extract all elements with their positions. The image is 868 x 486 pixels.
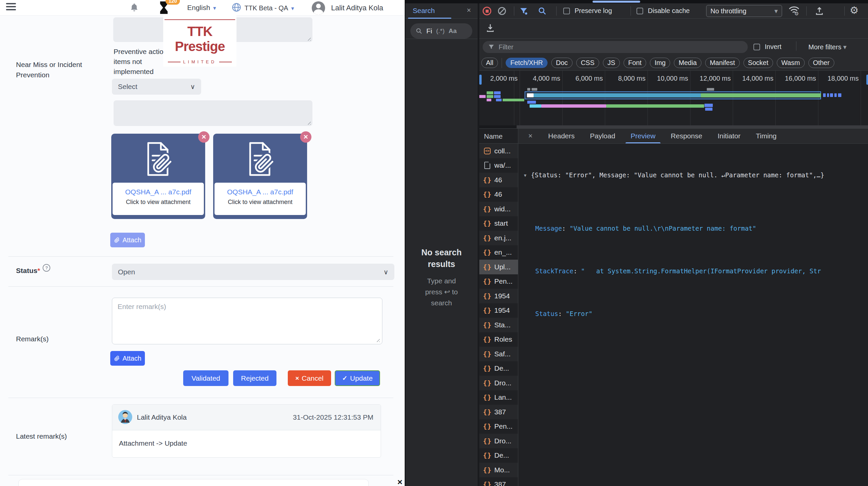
rejected-button[interactable]: Rejected	[233, 370, 276, 386]
request-row[interactable]: 387	[479, 405, 518, 419]
filter-chip[interactable]: Img	[650, 58, 670, 68]
resize-handle[interactable]	[307, 121, 311, 125]
clear-icon[interactable]	[498, 7, 506, 15]
preventive-detail-textarea[interactable]	[114, 100, 312, 126]
detail-tab[interactable]: Response	[663, 128, 710, 143]
settings-gear-icon[interactable]: ⚙	[850, 4, 859, 16]
filter-chip[interactable]: JS	[603, 58, 620, 68]
preserve-log-checkbox[interactable]	[563, 8, 570, 14]
attachment-info[interactable]: OQSHA_A ... a7c.pdf Click to view attach…	[215, 183, 306, 215]
environment-dropdown[interactable]: TTK Beta - QA▾	[245, 4, 294, 12]
request-row[interactable]: Dro...	[479, 376, 518, 390]
preview-property[interactable]: StackTrace: " at System.String.FormatHel…	[523, 266, 868, 276]
request-row[interactable]: Roles	[479, 332, 518, 347]
request-row[interactable]: Dro...	[479, 434, 518, 448]
caret-down-icon: ▾	[774, 7, 778, 15]
preview-property[interactable]: Message: "Value cannot be null.\r\nParam…	[523, 223, 868, 234]
request-row[interactable]: Mo...	[479, 463, 518, 477]
detail-tab[interactable]: Preview	[623, 128, 663, 143]
filter-chip[interactable]: Other	[808, 58, 834, 68]
remove-attachment-icon[interactable]: ✕	[300, 131, 311, 143]
network-conditions-icon[interactable]: ⚙	[788, 6, 801, 17]
tab-search[interactable]: Search	[413, 7, 435, 15]
preventive-select[interactable]: Select ∨	[112, 79, 201, 95]
match-case-toggle[interactable]: Aa	[448, 27, 457, 35]
request-row[interactable]: start	[479, 216, 518, 231]
import-har-icon[interactable]	[814, 6, 825, 16]
scrollbar-thumb[interactable]	[593, 1, 640, 3]
request-row[interactable]: coll...	[479, 144, 518, 158]
language-dropdown[interactable]: English▾	[187, 4, 216, 12]
update-button[interactable]: ✓Update	[335, 370, 380, 386]
request-row[interactable]: Saf...	[479, 347, 518, 361]
network-overview-timeline[interactable]: 2,000 ms4,000 ms6,000 ms8,000 ms10,000 m…	[479, 71, 868, 128]
request-row[interactable]: 46	[479, 187, 518, 202]
timeline-window-handle-left[interactable]	[479, 75, 482, 85]
attachment-info[interactable]: OQSHA_A ... a7c.pdf Click to view attach…	[113, 183, 204, 215]
timeline-window-handle-right[interactable]	[866, 75, 868, 85]
filter-chip[interactable]: Doc	[551, 58, 572, 68]
detail-tab[interactable]: Headers	[540, 128, 582, 143]
request-row[interactable]: wid...	[479, 202, 518, 216]
more-filters-button[interactable]: More filters ▾	[808, 43, 847, 51]
attachment-card[interactable]: ✕ OQSHA_A ... a7c.pdf Click to view atta…	[111, 134, 205, 219]
filter-chip[interactable]: Manifest	[705, 58, 740, 68]
validated-button[interactable]: Validated	[183, 370, 228, 386]
request-row[interactable]: en_...	[479, 245, 518, 260]
request-row[interactable]: 46	[479, 173, 518, 187]
attach-button-disabled[interactable]: Attach	[110, 233, 145, 247]
request-row[interactable]: 1954	[479, 289, 518, 303]
selected-request-waterfall	[525, 91, 821, 99]
help-icon[interactable]: ?	[43, 264, 50, 271]
throttling-select[interactable]: No throttling ▾	[706, 5, 782, 17]
close-icon[interactable]: ×	[518, 128, 540, 143]
filter-chip[interactable]: CSS	[576, 58, 599, 68]
request-row[interactable]: 1954	[479, 303, 518, 318]
request-row[interactable]: Pen...	[479, 419, 518, 434]
filter-input[interactable]: Filter	[483, 41, 748, 53]
filter-chip[interactable]: Media	[674, 58, 701, 68]
attachment-card[interactable]: ✕ OQSHA_A ... a7c.pdf Click to view atta…	[213, 134, 307, 219]
attach-button[interactable]: Attach	[110, 351, 145, 366]
filter-chip-all[interactable]: All	[481, 58, 498, 68]
detail-tab[interactable]: Payload	[582, 128, 623, 143]
remarks-textarea[interactable]	[112, 298, 382, 344]
disable-cache-checkbox[interactable]	[637, 8, 643, 14]
request-row[interactable]: wa/...	[479, 158, 518, 173]
remove-attachment-icon[interactable]: ✕	[198, 131, 210, 143]
request-row[interactable]: en.j...	[479, 231, 518, 245]
column-header-name[interactable]: Name	[479, 128, 518, 144]
record-stop-icon[interactable]	[483, 7, 491, 15]
status-select[interactable]: Open ∨	[112, 264, 394, 280]
filter-chip[interactable]: Wasm	[777, 58, 805, 68]
menu-icon[interactable]	[6, 3, 16, 12]
network-search-icon[interactable]	[538, 7, 547, 15]
notification-bell-icon[interactable]	[129, 2, 139, 14]
filter-toggle-icon[interactable]	[519, 7, 528, 15]
request-row[interactable]: Upl...	[479, 260, 518, 274]
preview-summary-line[interactable]: ▾ {Status: "Error", Message: "Value cann…	[523, 170, 868, 180]
close-icon[interactable]: ×	[467, 6, 471, 15]
regex-toggle[interactable]: (.*)	[436, 27, 445, 35]
resize-handle[interactable]	[307, 37, 311, 41]
request-row[interactable]: Sta...	[479, 318, 518, 332]
search-input[interactable]: Fi (.*) Aa	[410, 23, 472, 39]
filter-chip[interactable]: Socket	[743, 58, 773, 68]
detail-tab[interactable]: Timing	[748, 128, 784, 143]
request-list: coll... wa/... 46 46 wid... start en.j..…	[479, 144, 518, 486]
request-row[interactable]: 387	[479, 477, 518, 486]
close-icon[interactable]: ×	[397, 477, 402, 486]
download-har-icon[interactable]	[485, 23, 495, 33]
invert-checkbox[interactable]	[753, 44, 760, 50]
request-row[interactable]: De...	[479, 361, 518, 376]
cancel-button[interactable]: ×Cancel	[288, 370, 331, 386]
filter-chip[interactable]: Font	[623, 58, 646, 68]
user-avatar[interactable]	[312, 1, 325, 15]
preview-property[interactable]: Status: "Error"	[523, 308, 868, 319]
request-row[interactable]: Lan...	[479, 390, 518, 405]
request-row[interactable]: De...	[479, 448, 518, 463]
filter-chip[interactable]: Fetch/XHR	[506, 58, 548, 68]
timeline-scrollbar[interactable]	[479, 125, 868, 128]
request-row[interactable]: Pen...	[479, 274, 518, 289]
detail-tab[interactable]: Initiator	[710, 128, 748, 143]
